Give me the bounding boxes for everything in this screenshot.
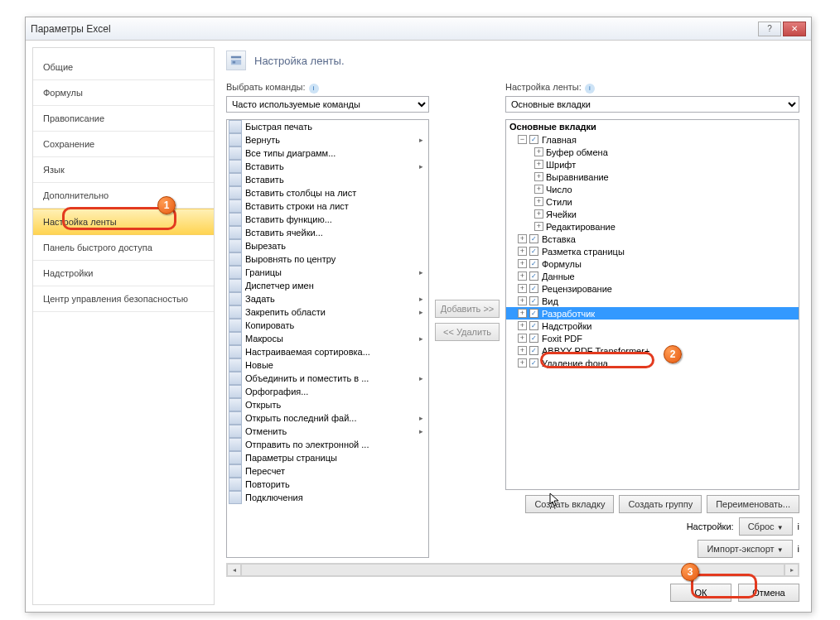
- tree-node[interactable]: +Число: [506, 183, 799, 195]
- expand-icon[interactable]: +: [518, 346, 527, 355]
- new-group-button[interactable]: Создать группу: [619, 495, 702, 513]
- list-item[interactable]: Вставить строки на лист: [227, 199, 428, 213]
- collapse-icon[interactable]: −: [518, 135, 527, 144]
- list-item[interactable]: Задать▸: [227, 292, 428, 305]
- checkbox[interactable]: ✓: [529, 321, 538, 330]
- list-item[interactable]: Объединить и поместить в ...▸: [227, 372, 428, 385]
- info-icon[interactable]: i: [309, 84, 319, 94]
- checkbox[interactable]: ✓: [529, 272, 538, 281]
- tree-node[interactable]: +✓Надстройки: [506, 320, 799, 332]
- checkbox[interactable]: ✓: [529, 296, 538, 305]
- tree-node[interactable]: +✓Вид: [506, 295, 799, 307]
- checkbox[interactable]: ✓: [529, 346, 538, 355]
- tree-node[interactable]: +✓Формулы: [506, 257, 799, 270]
- tree-node[interactable]: −✓Главная: [506, 133, 799, 146]
- checkbox[interactable]: ✓: [529, 259, 538, 268]
- list-item[interactable]: Вставить столбцы на лист: [227, 186, 428, 199]
- list-item[interactable]: Копировать: [227, 319, 428, 332]
- list-item[interactable]: Вернуть▸: [227, 133, 428, 147]
- cat-save[interactable]: Сохранение: [33, 132, 214, 157]
- expand-icon[interactable]: +: [518, 296, 527, 305]
- expand-icon[interactable]: +: [518, 272, 527, 281]
- tree-node[interactable]: +✓Разработчик: [506, 307, 799, 320]
- list-item[interactable]: Границы▸: [227, 266, 428, 279]
- ok-button[interactable]: ОК: [670, 584, 731, 602]
- tree-node[interactable]: +Шрифт: [506, 158, 799, 171]
- tree-node[interactable]: +✓ABBYY PDF Transformer+: [506, 344, 799, 357]
- expand-icon[interactable]: +: [518, 284, 527, 293]
- rename-button[interactable]: Переименовать...: [707, 495, 799, 513]
- checkbox[interactable]: ✓: [529, 284, 538, 293]
- list-item[interactable]: Выровнять по центру: [227, 252, 428, 266]
- checkbox[interactable]: ✓: [529, 309, 538, 318]
- close-button[interactable]: ✕: [783, 22, 806, 36]
- reset-button[interactable]: Сброс▼: [739, 517, 793, 536]
- scroll-right-icon[interactable]: ▸: [784, 564, 799, 576]
- expand-icon[interactable]: +: [534, 147, 543, 156]
- scroll-thumb[interactable]: [241, 564, 784, 576]
- expand-icon[interactable]: +: [518, 234, 527, 243]
- tree-node[interactable]: +Буфер обмена: [506, 146, 799, 158]
- cat-language[interactable]: Язык: [33, 157, 214, 183]
- list-item[interactable]: Вставить функцию...: [227, 213, 428, 226]
- cat-proofing[interactable]: Правописание: [33, 106, 214, 132]
- tree-node[interactable]: +Стили: [506, 195, 799, 208]
- new-tab-button[interactable]: Создать вкладку: [525, 495, 614, 513]
- list-item[interactable]: Повторить: [227, 478, 428, 491]
- tree-node[interactable]: +✓Foxit PDF: [506, 332, 799, 344]
- tree-node[interactable]: +✓Разметка страницы: [506, 245, 799, 257]
- list-item[interactable]: Орфография...: [227, 385, 428, 398]
- checkbox[interactable]: ✓: [529, 247, 538, 256]
- info-icon[interactable]: i: [798, 544, 799, 554]
- tree-node[interactable]: +✓Рецензирование: [506, 282, 799, 295]
- cat-advanced[interactable]: Дополнительно: [33, 183, 214, 209]
- list-item[interactable]: Вставить▸: [227, 160, 428, 173]
- tree-node[interactable]: +✓Вставка: [506, 233, 799, 245]
- cat-formulas[interactable]: Формулы: [33, 80, 214, 106]
- remove-button[interactable]: << Удалить: [435, 323, 500, 341]
- checkbox[interactable]: ✓: [529, 334, 538, 343]
- list-item[interactable]: Макросы▸: [227, 332, 428, 345]
- add-button[interactable]: Добавить >>: [435, 300, 500, 318]
- expand-icon[interactable]: +: [518, 334, 527, 343]
- scroll-left-icon[interactable]: ◂: [227, 564, 241, 576]
- list-item[interactable]: Открыть: [227, 398, 428, 411]
- list-item[interactable]: Пересчет: [227, 464, 428, 478]
- expand-icon[interactable]: +: [534, 172, 543, 181]
- list-item[interactable]: Быстрая печать: [227, 120, 428, 133]
- cat-addins[interactable]: Надстройки: [33, 261, 214, 286]
- expand-icon[interactable]: +: [534, 197, 543, 206]
- list-item[interactable]: Все типы диаграмм...: [227, 147, 428, 160]
- commands-listbox[interactable]: Быстрая печатьВернуть▸Все типы диаграмм.…: [226, 119, 429, 558]
- list-item[interactable]: Вырезать: [227, 239, 428, 252]
- list-item[interactable]: Диспетчер имен: [227, 279, 428, 292]
- expand-icon[interactable]: +: [518, 247, 527, 256]
- expand-icon[interactable]: +: [534, 209, 543, 219]
- expand-icon[interactable]: +: [518, 259, 527, 268]
- expand-icon[interactable]: +: [518, 309, 527, 318]
- help-button[interactable]: ?: [758, 22, 781, 36]
- checkbox[interactable]: ✓: [529, 358, 538, 368]
- checkbox[interactable]: ✓: [529, 135, 538, 144]
- info-icon[interactable]: i: [798, 521, 799, 531]
- ribbon-tree[interactable]: Основные вкладки−✓Главная+Буфер обмена+Ш…: [505, 119, 799, 490]
- list-item[interactable]: Отменить▸: [227, 425, 428, 438]
- expand-icon[interactable]: +: [518, 358, 527, 368]
- list-item[interactable]: Подключения: [227, 491, 428, 504]
- horizontal-scrollbar[interactable]: ◂ ▸: [226, 563, 799, 577]
- cat-general[interactable]: Общие: [33, 55, 214, 80]
- tree-node[interactable]: +✓Данные: [506, 270, 799, 282]
- list-item[interactable]: Закрепить области▸: [227, 305, 428, 319]
- tree-node[interactable]: +Выравнивание: [506, 171, 799, 183]
- list-item[interactable]: Настраиваемая сортировка...: [227, 345, 428, 358]
- expand-icon[interactable]: +: [534, 160, 543, 169]
- checkbox[interactable]: ✓: [529, 234, 538, 243]
- list-item[interactable]: Отправить по электронной ...: [227, 438, 428, 451]
- info-icon[interactable]: i: [585, 84, 595, 94]
- tree-node[interactable]: +✓Удаление фона: [506, 357, 799, 369]
- tree-node[interactable]: +Ячейки: [506, 208, 799, 220]
- customize-ribbon-select[interactable]: Основные вкладки: [505, 96, 799, 113]
- cat-qat[interactable]: Панель быстрого доступа: [33, 235, 214, 261]
- expand-icon[interactable]: +: [518, 321, 527, 330]
- list-item[interactable]: Вставить: [227, 173, 428, 186]
